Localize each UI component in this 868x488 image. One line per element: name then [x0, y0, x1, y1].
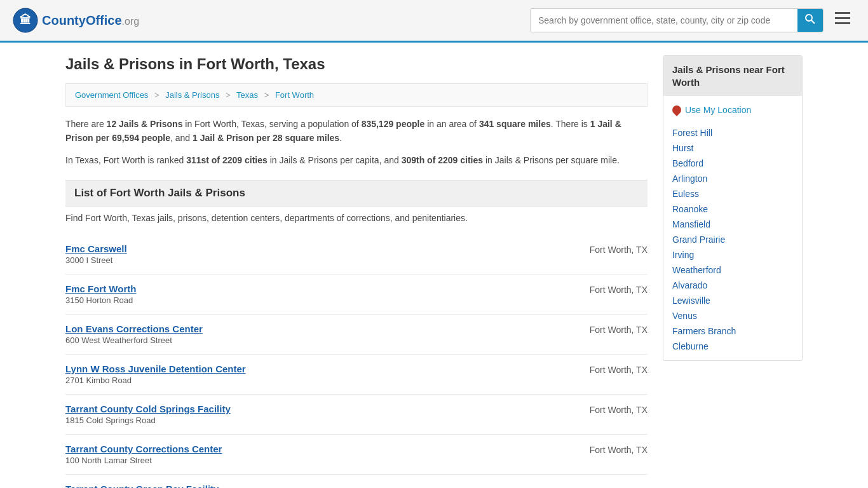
- area: 341 square miles: [479, 119, 551, 129]
- sidebar-item-cleburne[interactable]: Cleburne: [672, 339, 793, 354]
- prison-address: 100 North Lamar Street: [65, 456, 222, 465]
- breadcrumb-government-offices[interactable]: Government Offices: [75, 90, 148, 100]
- search-bar: [530, 8, 824, 32]
- breadcrumb: Government Offices > Jails & Prisons > T…: [65, 83, 648, 107]
- table-row: Lynn W Ross Juvenile Detention Center 27…: [65, 355, 648, 395]
- prison-info: Tarrant County Corrections Center 100 No…: [65, 444, 222, 465]
- sidebar-item-alvarado[interactable]: Alvarado: [672, 278, 793, 293]
- sidebar-title: Jails & Prisons near Fort Worth: [663, 56, 802, 96]
- left-content: Jails & Prisons in Fort Worth, Texas Gov…: [65, 55, 648, 488]
- logo-text: CountyOffice.org: [42, 13, 139, 28]
- sidebar-box: Jails & Prisons near Fort Worth Use My L…: [663, 55, 803, 361]
- sidebar-item-mansfield[interactable]: Mansfield: [672, 217, 793, 232]
- sidebar-item-grand-prairie[interactable]: Grand Prairie: [672, 232, 793, 247]
- rank2: 309th of 2209 cities: [402, 155, 483, 165]
- table-row: Tarrant County Corrections Center 100 No…: [65, 435, 648, 475]
- table-row: Lon Evans Corrections Center 600 West We…: [65, 315, 648, 355]
- prison-address: 2701 Kimbo Road: [65, 376, 246, 385]
- prison-name-corrections-center[interactable]: Tarrant County Corrections Center: [65, 444, 222, 454]
- prison-info: Lynn W Ross Juvenile Detention Center 27…: [65, 363, 246, 385]
- search-icon: [805, 14, 815, 24]
- svg-line-3: [811, 20, 815, 24]
- jail-count: 12 Jails & Prisons: [107, 119, 183, 129]
- intro-paragraph: There are 12 Jails & Prisons in Fort Wor…: [65, 117, 648, 146]
- population: 835,129 people: [362, 119, 425, 129]
- use-location-row: Use My Location: [672, 102, 793, 118]
- logo: 🏛 CountyOffice.org: [13, 8, 139, 33]
- page-title: Jails & Prisons in Fort Worth, Texas: [65, 55, 648, 73]
- prison-name-lon-evans[interactable]: Lon Evans Corrections Center: [65, 323, 203, 334]
- prison-info: Tarrant County Green Bay Facility: [65, 484, 219, 488]
- sidebar-item-arlington[interactable]: Arlington: [672, 171, 793, 186]
- table-row: Fmc Carswell 3000 I Street Fort Worth, T…: [65, 234, 648, 274]
- rank1: 311st of 2209 cities: [186, 155, 268, 165]
- sidebar-item-euless[interactable]: Euless: [672, 186, 793, 201]
- main-container: Jails & Prisons in Fort Worth, Texas Gov…: [53, 43, 815, 488]
- header-right: [530, 8, 855, 32]
- table-row: Fmc Fort Worth 3150 Horton Road Fort Wor…: [65, 274, 648, 315]
- prison-info: Lon Evans Corrections Center 600 West We…: [65, 323, 203, 345]
- prison-name-fmc-fort-worth[interactable]: Fmc Fort Worth: [65, 283, 136, 294]
- svg-rect-6: [835, 22, 850, 24]
- site-header: 🏛 CountyOffice.org: [0, 0, 868, 43]
- prison-city: Fort Worth, TX: [590, 323, 648, 335]
- svg-rect-5: [835, 17, 850, 19]
- right-sidebar: Jails & Prisons near Fort Worth Use My L…: [663, 55, 803, 488]
- logo-icon: 🏛: [13, 8, 38, 33]
- prison-address: 600 West Weatherford Street: [65, 336, 203, 345]
- table-row: Tarrant County Cold Springs Facility 181…: [65, 395, 648, 435]
- menu-button[interactable]: [830, 10, 855, 31]
- svg-rect-4: [835, 12, 850, 14]
- svg-text:🏛: 🏛: [20, 13, 31, 27]
- location-dot-icon: [670, 104, 683, 116]
- sidebar-item-bedford[interactable]: Bedford: [672, 156, 793, 171]
- sidebar-item-farmers-branch[interactable]: Farmers Branch: [672, 323, 793, 339]
- prison-info: Fmc Fort Worth 3150 Horton Road: [65, 283, 136, 305]
- per-sqmile: 1 Jail & Prison per 28 square miles: [193, 133, 339, 143]
- sidebar-item-hurst[interactable]: Hurst: [672, 140, 793, 156]
- prison-name-cold-springs[interactable]: Tarrant County Cold Springs Facility: [65, 403, 231, 414]
- sidebar-item-lewisville[interactable]: Lewisville: [672, 293, 793, 308]
- list-description: Find Fort Worth, Texas jails, prisons, d…: [65, 213, 648, 223]
- svg-point-2: [806, 15, 812, 21]
- sidebar-item-roanoke[interactable]: Roanoke: [672, 201, 793, 217]
- rank-paragraph: In Texas, Fort Worth is ranked 311st of …: [65, 153, 648, 167]
- prison-city: Fort Worth, TX: [590, 444, 648, 455]
- sidebar-item-irving[interactable]: Irving: [672, 247, 793, 262]
- prison-name-lynn-ross[interactable]: Lynn W Ross Juvenile Detention Center: [65, 363, 246, 374]
- sidebar-item-forest-hill[interactable]: Forest Hill: [672, 125, 793, 140]
- sidebar-item-weatherford[interactable]: Weatherford: [672, 262, 793, 278]
- prison-address: 3150 Horton Road: [65, 295, 136, 305]
- prison-city: Fort Worth, TX: [590, 283, 648, 295]
- breadcrumb-fort-worth[interactable]: Fort Worth: [275, 90, 314, 100]
- search-input[interactable]: [531, 10, 797, 30]
- use-my-location-link[interactable]: Use My Location: [685, 102, 751, 118]
- prison-address: 3000 I Street: [65, 255, 127, 265]
- prison-info: Fmc Carswell 3000 I Street: [65, 243, 127, 265]
- breadcrumb-texas[interactable]: Texas: [236, 90, 258, 100]
- sidebar-list: Use My Location Forest Hill Hurst Bedfor…: [663, 96, 802, 360]
- table-row: Tarrant County Green Bay Facility: [65, 475, 648, 488]
- prison-list: Fmc Carswell 3000 I Street Fort Worth, T…: [65, 234, 648, 488]
- prison-address: 1815 Cold Springs Road: [65, 416, 231, 425]
- prison-name-fmc-carswell[interactable]: Fmc Carswell: [65, 243, 127, 254]
- search-button[interactable]: [797, 9, 823, 32]
- prison-city: Fort Worth, TX: [590, 363, 648, 375]
- prison-city: Fort Worth, TX: [590, 243, 648, 255]
- prison-info: Tarrant County Cold Springs Facility 181…: [65, 403, 231, 425]
- sidebar-item-venus[interactable]: Venus: [672, 308, 793, 323]
- prison-name-green-bay[interactable]: Tarrant County Green Bay Facility: [65, 484, 219, 488]
- hamburger-icon: [835, 12, 850, 25]
- prison-city: Fort Worth, TX: [590, 403, 648, 415]
- list-heading: List of Fort Worth Jails & Prisons: [65, 180, 648, 207]
- breadcrumb-jails-prisons[interactable]: Jails & Prisons: [165, 90, 219, 100]
